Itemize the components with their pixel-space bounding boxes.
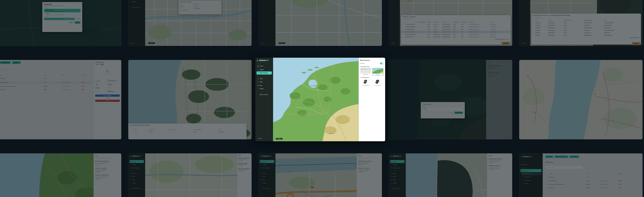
- sidebar-item-save[interactable]: ▤Save: [257, 84, 272, 87]
- basemap-card-openstreetmap[interactable]: OpenStreetMap: [360, 68, 371, 76]
- session-frame-r2c4[interactable]: Create new map Map name GIS test Cancel …: [389, 60, 512, 139]
- nl-orthophoto-thumbnail: [372, 79, 383, 85]
- session-frame-r2c3-selected[interactable]: PlateauGIS v1.0.0 ▦Layers ≡Legend ⚙Map P…: [255, 58, 385, 141]
- dim-overlay: [128, 0, 252, 46]
- back-icon: ←: [257, 94, 259, 95]
- layers-icon: ▦: [257, 65, 259, 67]
- plateaugis-sidebar: PlateauGIS v1.0.0 ▦Layers ≡Legend ⚙Map P…: [255, 58, 273, 141]
- city-label-luxembourg: LUXEMBOURG: [328, 133, 335, 134]
- scale-bar-label: Scale bar: [360, 63, 365, 64]
- panel-title: Map Properties: [360, 59, 384, 61]
- session-frame-r3c3[interactable]: PlateauGIS v1.0.0 ▦Layers ≡Legend ⚙Map P…: [259, 153, 382, 197]
- sidebar-item-back[interactable]: ←Back to Content: [257, 93, 272, 96]
- session-frame-r1c3[interactable]: ▤Save ⤴Publish ←Back to Content ‹ Collap…: [259, 0, 382, 46]
- sidebar-item-publish[interactable]: ⤴Publish: [257, 87, 272, 90]
- sidebar-item-redo[interactable]: ↻Redo: [257, 81, 272, 84]
- nl-orthophoto-thumbnail: [360, 79, 371, 85]
- plateaugis-logo: PlateauGIS: [257, 59, 272, 61]
- basemap-card-orthophoto-8cm[interactable]: NL Orthophoto 8cm: [372, 79, 383, 86]
- share-icon: ⤴: [257, 88, 259, 89]
- scale-bar: 50 km: [276, 138, 283, 140]
- basemap-label: NL Orthophoto 25cm: [360, 85, 371, 86]
- dim-overlay: [128, 153, 252, 197]
- gear-icon: ⚙: [257, 72, 259, 74]
- global-basemaps-heading: ▸ Global Basemaps: [360, 66, 384, 67]
- mountain-logo-icon: [257, 59, 259, 61]
- city-label-brussels: BRUSSELS: [306, 113, 311, 114]
- app-version: v1.0.0: [259, 62, 272, 63]
- collapse-button[interactable]: ‹ Collapse: [257, 137, 272, 140]
- dim-overlay: [389, 60, 512, 139]
- save-icon: ▤: [257, 85, 259, 86]
- dim-overlay: [519, 153, 642, 197]
- session-frame-r2c5[interactable]: Britain: [519, 60, 642, 139]
- session-frame-r1c1[interactable]: Publish Map ✕ Choose who can access the …: [0, 0, 121, 46]
- dim-overlay: [259, 153, 382, 197]
- redo-icon: ↻: [257, 81, 259, 83]
- basemap-label: Topographic: [372, 74, 383, 76]
- session-frame-r1c4[interactable]: ▤Save ⤴Publish ←Back to Content ‹ Collap…: [389, 0, 512, 46]
- dim-overlay: [0, 0, 121, 46]
- dim-overlay: [389, 0, 512, 46]
- sidebar-item-map-properties-active[interactable]: ⚙Map Properties: [257, 71, 272, 74]
- map-properties-panel: Map Properties Scale bar ▸ Global Basema…: [359, 58, 385, 141]
- legend-icon: ≡: [257, 69, 259, 70]
- dim-overlay: [0, 153, 121, 197]
- session-frame-r3c1[interactable]: Layers Bestuurlijke grenzen Gemeent… Zoo…: [0, 153, 121, 197]
- local-basemaps-heading: ▸ Local Basemaps: [360, 77, 384, 78]
- basemap-card-orthophoto-25cm[interactable]: NL Orthophoto 25cm: [360, 79, 371, 86]
- topographic-map-benelux: [273, 58, 358, 141]
- session-frame-r3c4[interactable]: PlateauGIS v1.0.0 ▦Layers ≡Legend ⚙Map P…: [389, 153, 512, 197]
- session-frame-r2c1[interactable]: NameTypeOwnerCreated ▸ GIS Project ☑ GIS…: [0, 60, 121, 139]
- basemap-label: NL Orthophoto 8cm: [372, 85, 383, 86]
- dim-overlay: [519, 0, 642, 46]
- dim-overlay: [519, 60, 642, 139]
- dim-overlay: [0, 60, 121, 139]
- sidebar-item-legend[interactable]: ≡Legend: [257, 68, 272, 71]
- session-frame-r2c2[interactable]: bestuurlijkegebieden Gemeentegebied✕ cod…: [128, 60, 252, 139]
- map-canvas[interactable]: AMSTERDAM BRUSSELS LUXEMBOURG 50 km: [273, 58, 358, 141]
- session-frame-r3c2[interactable]: PlateauGIS v1.0.0 ▦Layers ≡Legend ⚙Map P…: [128, 153, 252, 197]
- session-frame-gallery: { "colors": {"accent":"#3fc7b1","sidebar…: [0, 0, 644, 197]
- basemap-card-topographic-selected[interactable]: Topographic: [372, 68, 383, 76]
- dim-overlay: [259, 0, 382, 46]
- osm-thumbnail: [360, 68, 371, 74]
- topographic-thumbnail: [372, 68, 383, 74]
- sidebar-item-undo[interactable]: ↺Undo: [257, 77, 272, 80]
- session-frame-r1c2[interactable]: PlateauGIS v1.0.0 ▦Layers ≡Legend ⚙Map P…: [128, 0, 252, 46]
- basemap-label: OpenStreetMap: [360, 74, 371, 75]
- scale-bar-toggle-on[interactable]: [380, 62, 384, 64]
- dim-overlay: [389, 153, 512, 197]
- session-frame-r3c5[interactable]: PlateauGIS v1.0.0 OVERVIEW ▦Dashboard DI…: [519, 153, 642, 197]
- dim-overlay: [128, 60, 252, 139]
- session-frame-r1c5[interactable]: ←Back to Content ‹ Collapse Natuurlijke …: [519, 0, 642, 46]
- city-label-amsterdam: AMSTERDAM: [311, 85, 317, 86]
- undo-icon: ↺: [257, 78, 259, 79]
- sidebar-item-layers[interactable]: ▦Layers: [257, 65, 272, 68]
